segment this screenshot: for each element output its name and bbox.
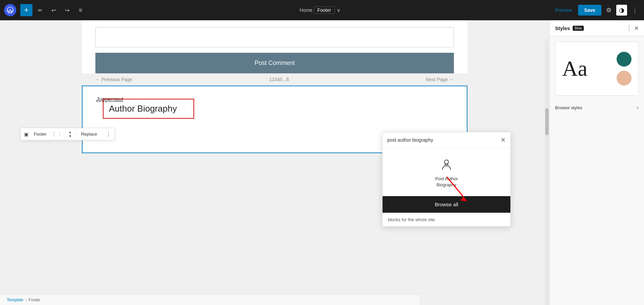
comment-input-box — [95, 27, 454, 47]
block-arrows: ▲ ▼ — [65, 129, 76, 140]
inserter-search-value: post author biography — [387, 137, 501, 143]
wp-logo[interactable] — [4, 4, 16, 16]
chevron-down-icon[interactable]: ∨ — [337, 7, 340, 13]
styles-panel: Styles Beta ⋮ ✕ Aa Browse styles › — [549, 20, 644, 305]
footer-block-label: Footer — [32, 129, 49, 139]
breadcrumb-footer-text: Footer — [29, 298, 41, 302]
block-more-options-button[interactable]: ⋮ — [102, 128, 115, 140]
pagination-area: ← Previous Page 12345...8 Next Page → — [82, 73, 467, 86]
styles-panel-more-button[interactable]: ⋮ — [626, 24, 632, 32]
style-typography-preview: Aa — [562, 58, 588, 79]
toolbar-right: Preview Save ⚙ ◑ ⋮ — [552, 4, 640, 16]
inserter-header: post author biography ✕ — [383, 132, 510, 148]
browse-styles-row[interactable]: Browse styles › — [550, 101, 644, 114]
main-toolbar: + ✏ ↩ ↪ ≡ Home Footer ∨ Preview Save ⚙ ◑… — [0, 0, 644, 20]
pagination-numbers: 12345...8 — [269, 77, 289, 82]
settings-gear-icon[interactable]: ⚙ — [604, 4, 614, 16]
browse-styles-chevron-icon: › — [637, 104, 639, 111]
styles-panel-title: Styles — [555, 25, 570, 31]
save-button[interactable]: Save — [578, 5, 601, 16]
breadcrumb-center: Home Footer ∨ — [88, 6, 552, 14]
browse-all-button[interactable]: Browse all — [383, 196, 510, 213]
block-drag-handle-icon[interactable]: ⋮⋮ — [49, 128, 65, 140]
main-area: Post Comment ▣ Footer ⋮⋮ ▲ ▼ Replace ⋮ ←… — [0, 20, 644, 305]
footer-block-toolbar: ▣ Footer ⋮⋮ ▲ ▼ Replace ⋮ — [20, 128, 115, 140]
canvas-scrollbar[interactable] — [545, 41, 549, 305]
style-colors — [617, 52, 631, 86]
breadcrumb-home[interactable]: Home — [300, 7, 312, 13]
style-preview-card[interactable]: Aa — [555, 42, 639, 96]
block-move-down-button[interactable]: ▼ — [67, 134, 74, 138]
list-view-button[interactable]: ≡ — [74, 4, 87, 16]
styles-panel-header: Styles Beta ⋮ ✕ — [550, 20, 644, 36]
teal-color-circle — [617, 52, 631, 67]
comment-section: Post Comment — [82, 20, 467, 73]
next-page-link[interactable]: Next Page → — [426, 77, 454, 82]
footer-block-icon: ▣ — [21, 129, 32, 140]
redo-button[interactable]: ↪ — [61, 4, 73, 16]
author-biography-box[interactable]: Author Biography — [103, 99, 194, 119]
block-replace-button[interactable]: Replace — [75, 129, 102, 139]
breadcrumb-nav: Home Footer ∨ — [300, 6, 340, 14]
beta-badge: Beta — [573, 26, 584, 31]
browse-styles-label: Browse styles — [555, 105, 582, 110]
styles-panel-close-button[interactable]: ✕ — [634, 25, 639, 31]
post-author-biography-icon — [438, 156, 455, 172]
previous-page-link[interactable]: ← Previous Page — [95, 77, 132, 82]
undo-button[interactable]: ↩ — [47, 4, 60, 16]
svg-point-1 — [444, 160, 448, 164]
post-author-biography-name: Post Author Biography — [435, 176, 458, 188]
breadcrumb-template-link[interactable]: Template — [7, 298, 23, 302]
more-options-button[interactable]: ⋮ — [630, 4, 640, 16]
post-author-biography-block-item[interactable]: Post Author Biography — [383, 148, 510, 196]
inserter-footer-note: blocks for the whole site. — [383, 213, 510, 226]
add-block-button[interactable]: + — [20, 4, 32, 16]
block-move-up-button[interactable]: ▲ — [67, 130, 74, 134]
preview-button[interactable]: Preview — [552, 5, 576, 15]
contrast-toggle-button[interactable]: ◑ — [616, 5, 627, 16]
canvas-scrollbar-thumb — [545, 108, 549, 135]
post-comment-button[interactable]: Post Comment — [95, 53, 454, 73]
breadcrumb-separator-icon: › — [25, 298, 27, 302]
bottom-breadcrumb: Template › Footer — [0, 294, 419, 305]
edit-tool-button[interactable]: ✏ — [34, 4, 46, 16]
block-inserter-popup: post author biography ✕ Post Author Biog… — [382, 132, 511, 227]
author-biography-label: Author Biography — [109, 103, 177, 114]
breadcrumb-footer-pill[interactable]: Footer — [314, 6, 335, 14]
inserter-close-button[interactable]: ✕ — [501, 136, 506, 144]
peach-color-circle — [617, 71, 631, 86]
